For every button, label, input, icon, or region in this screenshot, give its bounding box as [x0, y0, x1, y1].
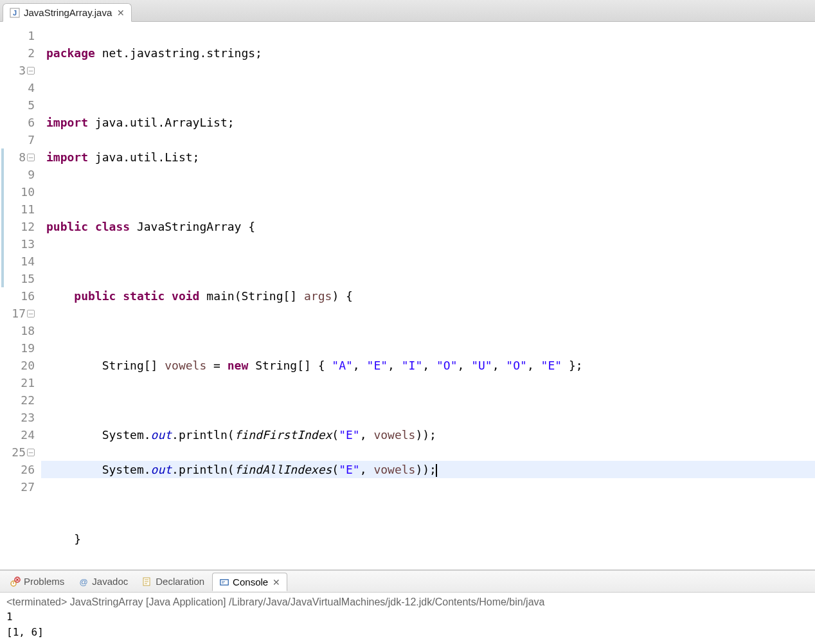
- console-output-line: [1, 6]: [6, 625, 809, 640]
- editor-tab-bar: J JavaStringArray.java ✕: [0, 0, 815, 22]
- line-number-gutter: 1 2 3– 4 5 6 7 8– 9 10 11 12 13 14 15 16…: [0, 22, 41, 569]
- fold-icon[interactable]: –: [27, 67, 35, 75]
- text-cursor: [436, 464, 437, 477]
- tab-filename: JavaStringArray.java: [24, 7, 112, 18]
- console-body[interactable]: <terminated> JavaStringArray [Java Appli…: [0, 593, 815, 644]
- editor-tab[interactable]: J JavaStringArray.java ✕: [3, 3, 132, 22]
- console-launch-info: <terminated> JavaStringArray [Java Appli…: [6, 596, 809, 608]
- tab-declaration[interactable]: Declaration: [136, 573, 211, 590]
- views-tab-bar: Problems @ Javadoc Declaration Console ✕: [0, 571, 815, 593]
- problems-icon: [10, 577, 21, 587]
- javadoc-icon: @: [78, 577, 89, 587]
- tab-problems[interactable]: Problems: [4, 573, 71, 590]
- close-icon[interactable]: ✕: [273, 577, 280, 587]
- console-icon: [219, 577, 229, 587]
- console-output-line: 1: [6, 609, 809, 625]
- svg-text:@: @: [80, 577, 88, 587]
- tab-console[interactable]: Console ✕: [212, 573, 287, 591]
- fold-icon[interactable]: –: [27, 154, 35, 161]
- fold-icon[interactable]: –: [27, 449, 35, 456]
- declaration-icon: [142, 577, 152, 587]
- code-content[interactable]: package net.javastring.strings; import j…: [41, 22, 815, 569]
- tab-javadoc[interactable]: @ Javadoc: [72, 573, 134, 590]
- fold-icon[interactable]: –: [27, 310, 35, 318]
- bottom-views-panel: Problems @ Javadoc Declaration Console ✕: [0, 570, 815, 644]
- close-icon[interactable]: ✕: [117, 8, 125, 18]
- tab-label: Declaration: [156, 576, 204, 587]
- tab-label: Javadoc: [92, 576, 128, 587]
- svg-text:J: J: [13, 9, 17, 17]
- svg-rect-7: [221, 580, 228, 584]
- tab-label: Console: [233, 577, 268, 587]
- java-file-icon: J: [10, 8, 20, 18]
- tab-label: Problems: [24, 576, 64, 587]
- change-marker: [1, 148, 4, 287]
- code-editor[interactable]: 1 2 3– 4 5 6 7 8– 9 10 11 12 13 14 15 16…: [0, 22, 815, 570]
